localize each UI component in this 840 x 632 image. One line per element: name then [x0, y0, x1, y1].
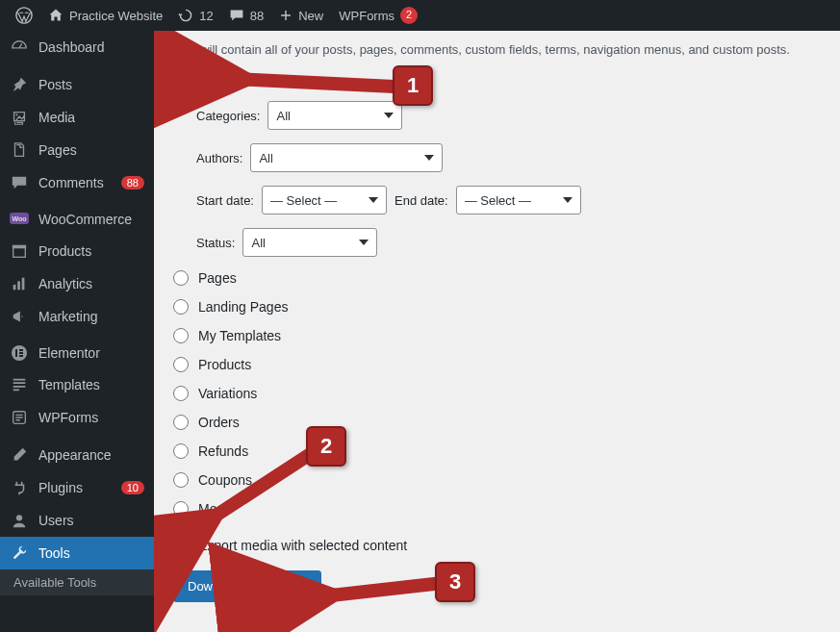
- wpforms-menu-link[interactable]: WPForms 2: [331, 0, 425, 31]
- end-date-label: End date:: [395, 193, 448, 208]
- comments-link[interactable]: 88: [221, 0, 271, 31]
- sidebar-item-templates[interactable]: Templates: [0, 368, 154, 401]
- pin-icon: [10, 76, 29, 93]
- elementor-icon: [10, 345, 29, 361]
- radio-coupons-label: Coupons: [198, 472, 252, 488]
- radio-my-templates-label: My Templates: [198, 328, 281, 343]
- svg-line-18: [322, 583, 443, 596]
- svg-point-1: [15, 114, 17, 115]
- site-name-link[interactable]: Practice Website: [40, 0, 170, 31]
- sidebar-item-marketing[interactable]: Marketing: [0, 300, 154, 333]
- radio-refunds[interactable]: [173, 443, 189, 459]
- woo-icon: Woo: [10, 213, 29, 226]
- plug-icon: [10, 479, 29, 496]
- radio-media-option-label: Me: [198, 501, 216, 517]
- radio-orders-label: Orders: [198, 415, 240, 430]
- radio-my-templates[interactable]: [173, 328, 189, 343]
- sidebar-item-users[interactable]: Users: [0, 504, 154, 537]
- end-date-select[interactable]: — Select —: [456, 186, 581, 215]
- plus-icon: [279, 9, 293, 22]
- wpforms-label: WPForms: [339, 9, 395, 23]
- status-label: Status:: [196, 236, 235, 250]
- categories-select[interactable]: All: [267, 101, 402, 130]
- radio-landing-pages[interactable]: [173, 299, 189, 315]
- svg-rect-12: [19, 352, 23, 354]
- export-media-checkbox[interactable]: [173, 538, 189, 553]
- radio-pages[interactable]: [173, 270, 189, 286]
- radio-orders[interactable]: [173, 415, 189, 430]
- sidebar-item-woocommerce[interactable]: Woo WooCommerce: [0, 204, 154, 235]
- sidebar-item-pages[interactable]: Pages: [0, 134, 154, 166]
- sidebar-item-analytics[interactable]: Analytics: [0, 267, 154, 300]
- sidebar-item-appearance[interactable]: Appearance: [0, 439, 154, 471]
- sidebar-item-label: Analytics: [38, 276, 144, 291]
- archive-icon: [10, 242, 29, 260]
- sidebar-item-comments[interactable]: Comments 88: [0, 166, 154, 199]
- sidebar-item-plugins[interactable]: Plugins 10: [0, 471, 154, 504]
- megaphone-icon: [10, 308, 29, 325]
- categories-label: Categories:: [196, 109, 260, 123]
- status-select[interactable]: All: [242, 228, 377, 257]
- sidebar-item-label: WooCommerce: [38, 212, 144, 227]
- home-icon: [48, 8, 64, 23]
- start-date-label: Start date:: [196, 193, 254, 208]
- export-media-checkbox-label: Export media with selected content: [198, 538, 407, 553]
- admin-sidebar: Dashboard Posts Media Pages Comments 88 …: [0, 31, 154, 632]
- sidebar-item-wpforms[interactable]: WPForms: [0, 401, 154, 434]
- sidebar-item-label: Dashboard: [38, 39, 144, 55]
- sidebar-item-products[interactable]: Products: [0, 235, 154, 267]
- chart-icon: [10, 275, 29, 292]
- radio-landing-pages-label: Landing Pages: [198, 299, 288, 315]
- update-icon: [178, 8, 193, 23]
- authors-select[interactable]: All: [250, 143, 443, 172]
- svg-rect-13: [19, 355, 23, 357]
- new-label: New: [298, 9, 323, 23]
- radio-pages-label: Pages: [198, 270, 237, 286]
- download-export-button[interactable]: Download Export File: [173, 570, 321, 602]
- sidebar-item-label: Media: [38, 110, 144, 125]
- wordpress-icon: [15, 7, 33, 24]
- svg-rect-6: [13, 285, 16, 290]
- site-name-label: Practice Website: [69, 9, 163, 23]
- submenu-available-tools[interactable]: Available Tools: [0, 569, 154, 595]
- sidebar-item-posts[interactable]: Posts: [0, 68, 154, 101]
- radio-variations-label: Variations: [198, 386, 257, 401]
- wpforms-icon: [10, 409, 29, 426]
- sidebar-item-label: Tools: [38, 545, 144, 561]
- wpforms-badge: 2: [400, 7, 418, 23]
- sidebar-item-label: Marketing: [38, 309, 144, 324]
- templates-icon: [10, 376, 29, 393]
- radio-posts[interactable]: [173, 70, 189, 86]
- sidebar-item-dashboard[interactable]: Dashboard: [0, 31, 154, 63]
- sidebar-item-label: Elementor: [38, 345, 144, 361]
- export-page: This will contain all of your posts, pag…: [154, 31, 840, 632]
- user-icon: [10, 512, 29, 529]
- sidebar-item-label: Plugins: [38, 480, 112, 495]
- comments-count: 88: [250, 9, 264, 23]
- media-icon: [10, 109, 29, 126]
- sidebar-item-label: Templates: [38, 377, 144, 392]
- updates-count: 12: [199, 9, 213, 23]
- new-content-link[interactable]: New: [271, 0, 331, 31]
- radio-row-posts: Posts: [173, 70, 821, 86]
- start-date-select[interactable]: — Select —: [262, 186, 387, 215]
- wp-logo[interactable]: [8, 0, 40, 31]
- radio-variations[interactable]: [173, 386, 189, 401]
- pages-icon: [10, 141, 29, 159]
- svg-rect-10: [15, 349, 17, 357]
- comment-icon: [10, 174, 29, 191]
- radio-posts-label: Posts: [198, 70, 232, 86]
- svg-rect-5: [13, 245, 26, 249]
- radio-refunds-label: Refunds: [198, 443, 248, 459]
- authors-label: Authors:: [196, 151, 242, 165]
- radio-coupons[interactable]: [173, 472, 189, 488]
- sidebar-item-tools[interactable]: Tools: [0, 537, 154, 569]
- updates-link[interactable]: 12: [170, 0, 220, 31]
- radio-products[interactable]: [173, 357, 189, 372]
- radio-media-option[interactable]: [173, 501, 189, 517]
- sidebar-item-elementor[interactable]: Elementor: [0, 338, 154, 368]
- dashboard-icon: [10, 38, 29, 56]
- comments-badge: 88: [121, 176, 144, 190]
- sidebar-item-label: Comments: [38, 175, 112, 190]
- sidebar-item-media[interactable]: Media: [0, 101, 154, 134]
